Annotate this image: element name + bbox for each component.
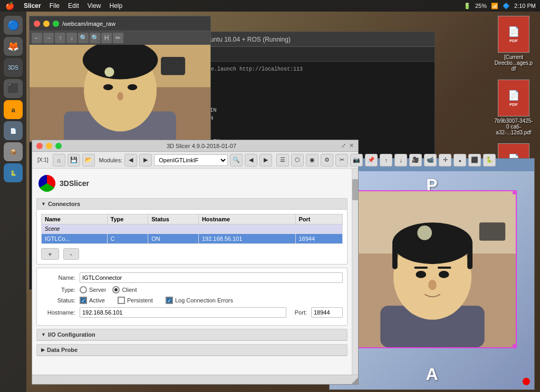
connectors-arrow: ▼ — [41, 201, 46, 207]
slicer-tl-close[interactable] — [36, 143, 43, 149]
dock-item-firefox[interactable]: 🦊 — [4, 37, 23, 56]
viewer-letter-a: A — [426, 365, 438, 384]
btn-tool2[interactable]: ✂ — [335, 154, 348, 166]
connectors-header[interactable]: ▼ Connectors — [37, 199, 347, 210]
dock-item-box[interactable]: 📦 — [4, 142, 23, 161]
connectors-table: Name Type Status Hostname Port Scene — [41, 214, 343, 244]
btn-nav2[interactable]: ↓ — [394, 154, 407, 166]
radio-server[interactable]: Server — [80, 286, 106, 293]
slicer-tl-minimize[interactable] — [46, 143, 52, 149]
prop-hostname-input[interactable] — [80, 307, 286, 318]
wcam-btn-2[interactable]: → — [43, 33, 54, 43]
scene-row: Scene — [42, 224, 343, 234]
menu-file[interactable]: File — [45, 2, 64, 9]
dock-item-slicer[interactable]: 3DS — [4, 58, 23, 77]
slicer-scrollbar[interactable] — [352, 169, 358, 375]
wifi-icon: 📶 — [491, 3, 498, 9]
btn-nav1[interactable]: ↑ — [380, 154, 392, 166]
slicer-btn-load[interactable]: 📂 — [82, 154, 95, 166]
checkbox-active-box[interactable]: ✓ — [80, 297, 87, 304]
menu-edit[interactable]: Edit — [64, 2, 83, 9]
add-connector-btn[interactable]: + — [41, 248, 59, 260]
btn-sphere[interactable]: ◉ — [306, 154, 319, 166]
btn-python[interactable]: 🐍 — [483, 154, 496, 166]
webcam-image — [30, 45, 210, 142]
wcam-btn-5[interactable]: 🔍 — [78, 33, 89, 43]
prop-name-input[interactable] — [80, 272, 343, 283]
dock-item-amazon[interactable]: a — [4, 100, 23, 119]
btn-diamond[interactable]: ⬥ — [454, 154, 466, 166]
resize-handle[interactable] — [352, 378, 358, 384]
modules-search[interactable]: 🔍 — [230, 154, 243, 166]
radio-server-btn[interactable] — [80, 286, 87, 293]
slicer-btn-home[interactable]: ⌂ — [53, 154, 65, 166]
slicer-titlebar: 3D Slicer 4.9.0-2018-01-07 ⤢ ✕ — [32, 140, 358, 152]
scrollbar-thumb[interactable] — [352, 179, 358, 200]
menu-help[interactable]: Help — [105, 2, 127, 9]
dock-item-finder[interactable]: 🔵 — [4, 16, 23, 35]
connector-row[interactable]: IGTLCo... C ON 192.168.56.101 18944 — [42, 234, 343, 244]
btn-cam2[interactable]: 🎥 — [409, 154, 422, 166]
btn-back[interactable]: ◀ — [245, 154, 257, 166]
connector-hostname-cell: 192.168.56.101 — [198, 234, 295, 244]
slicer-toolbar: [X:1] ⌂ 💾 📂 Modules: ◀ ▶ OpenIGTLinkIF 🔍… — [32, 152, 358, 169]
btn-list[interactable]: ☰ — [276, 154, 289, 166]
connector-buttons: + - — [41, 248, 343, 260]
btn-ext[interactable]: ⬛ — [468, 154, 481, 166]
viewer-red-indicator — [523, 378, 530, 385]
apple-menu[interactable]: 🍎 — [0, 2, 20, 10]
io-config-section: ▼ I/O Configuration — [36, 329, 348, 341]
dock-item-python[interactable]: 🐍 — [4, 163, 23, 182]
webcam-tl-minimize[interactable] — [43, 21, 50, 27]
radio-client[interactable]: Client — [112, 286, 137, 293]
svg-rect-18 — [392, 243, 398, 269]
prop-port-input[interactable] — [311, 307, 343, 318]
webcam-tl-maximize[interactable] — [53, 21, 59, 27]
io-config-header[interactable]: ▼ I/O Configuration — [37, 329, 347, 340]
icon-label-2: 7b9b3007-3425-0 ca6-a32-...12d3.pdf — [494, 118, 534, 135]
btn-forward[interactable]: ▶ — [259, 154, 272, 166]
btn-cross[interactable]: ✛ — [439, 154, 451, 166]
desktop-icon-1[interactable]: 📄 PDF [Current Directio...ages.pdf — [493, 16, 535, 72]
menu-view[interactable]: View — [83, 2, 105, 9]
wcam-btn-6[interactable]: 🔍 — [90, 33, 100, 43]
desktop-icon-2[interactable]: 📄 PDF 7b9b3007-3425-0 ca6-a32-...12d3.pd… — [493, 80, 535, 135]
btn-cube[interactable]: ⬡ — [291, 154, 304, 166]
checkbox-persistent[interactable]: Persistent — [118, 297, 153, 304]
prop-hostname-label: Hostname: — [41, 309, 75, 316]
slicer-btn-save[interactable]: 💾 — [68, 154, 80, 166]
prop-status-row: Status: ✓ Active Persistent ✓ Log Connec… — [41, 297, 343, 304]
wcam-btn-3[interactable]: ↑ — [55, 33, 65, 43]
prop-name-row: Name: — [41, 272, 343, 283]
checkbox-log-box[interactable]: ✓ — [166, 297, 173, 304]
checkbox-log-errors[interactable]: ✓ Log Connection Errors — [166, 297, 233, 304]
webcam-tl-close[interactable] — [34, 21, 40, 27]
wcam-btn-8[interactable]: ✏ — [113, 33, 123, 43]
wcam-btn-1[interactable]: ← — [32, 33, 42, 43]
radio-client-btn[interactable] — [112, 286, 120, 293]
slicer-resize-btn[interactable]: ⤢ — [341, 142, 346, 149]
data-probe-header[interactable]: ▶ Data Probe — [37, 345, 347, 356]
col-status: Status — [148, 214, 199, 224]
slicer-close-btn[interactable]: ✕ — [349, 142, 354, 149]
dock-item-files[interactable]: 📄 — [4, 121, 23, 140]
checkbox-persistent-box[interactable] — [118, 297, 125, 304]
wcam-btn-4[interactable]: ↓ — [66, 33, 77, 43]
btn-tool1[interactable]: ⚙ — [321, 154, 333, 166]
remove-connector-btn[interactable]: - — [63, 248, 79, 260]
btn-cam3[interactable]: 📹 — [424, 154, 437, 166]
connector-port-cell: 18944 — [295, 234, 343, 244]
slicer-tl-maximize[interactable] — [55, 143, 62, 149]
dock-item-terminal[interactable]: ⬛ — [4, 79, 23, 98]
modules-select[interactable]: OpenIGTLinkIF — [154, 154, 228, 166]
icon-img-2: 📄 PDF — [498, 80, 529, 116]
modules-nav-left[interactable]: ◀ — [124, 154, 137, 166]
checkbox-active[interactable]: ✓ Active — [80, 297, 105, 304]
wcam-btn-7[interactable]: H — [101, 33, 112, 43]
radio-client-label: Client — [122, 287, 137, 293]
btn-pin[interactable]: 📌 — [365, 154, 378, 166]
slicer-logo-icon — [38, 175, 55, 192]
svg-point-6 — [103, 84, 113, 91]
modules-nav-right[interactable]: ▶ — [139, 154, 152, 166]
btn-camera[interactable]: 📷 — [350, 154, 363, 166]
